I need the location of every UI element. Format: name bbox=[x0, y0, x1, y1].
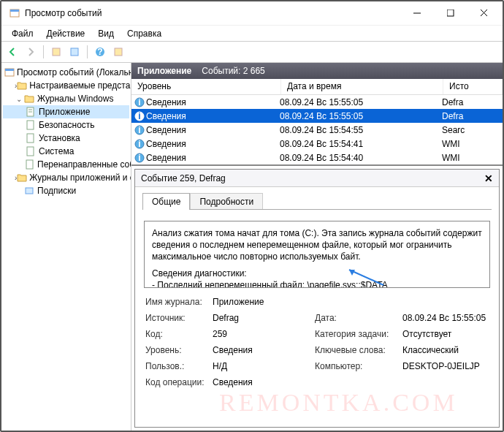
tree-app-services[interactable]: › Журналы приложений и сл bbox=[3, 171, 129, 184]
svg-text:i: i bbox=[138, 139, 140, 149]
svg-text:i: i bbox=[138, 97, 140, 107]
computer-value: DESKTOP-0JEILJP bbox=[402, 361, 500, 371]
event-row[interactable]: iСведения08.09.24 Bc 15:55:05Defra bbox=[131, 95, 503, 109]
row-level: Сведения bbox=[145, 111, 280, 121]
info-icon: i bbox=[131, 125, 145, 135]
row-date: 08.09.24 Bc 15:55:05 bbox=[280, 111, 442, 121]
event-row[interactable]: iСведения08.09.24 Bc 15:55:05Defra bbox=[131, 109, 503, 123]
tree-security[interactable]: Безопасность bbox=[3, 118, 129, 132]
menu-view[interactable]: Вид bbox=[92, 27, 120, 40]
event-viewer-window: Просмотр событий Файл Действие Вид Справ… bbox=[0, 0, 504, 432]
list-header[interactable]: Уровень Дата и время Исто bbox=[131, 79, 503, 95]
menu-file[interactable]: Файл bbox=[6, 27, 39, 40]
user-value: Н/Д bbox=[213, 361, 315, 371]
panel-header: Приложение Событий: 2 665 bbox=[131, 63, 503, 79]
tree-label: Журналы приложений и сл bbox=[29, 173, 131, 183]
tree-label: Журналы Windows bbox=[37, 94, 113, 104]
tree-label: Установка bbox=[39, 133, 80, 143]
info-icon: i bbox=[131, 139, 145, 149]
maximize-button[interactable] bbox=[434, 1, 467, 25]
tree-windows-logs[interactable]: ⌄ Журналы Windows bbox=[3, 92, 129, 105]
event-row[interactable]: iСведения08.09.24 Bc 15:54:55Searc bbox=[131, 123, 503, 137]
tree-system[interactable]: Система bbox=[3, 145, 129, 158]
tree-label: Настраиваемые представле bbox=[29, 80, 131, 91]
category-label: Категория задачи: bbox=[315, 329, 402, 339]
info-icon: i bbox=[131, 153, 145, 163]
tab-general[interactable]: Общие bbox=[142, 193, 190, 210]
svg-text:i: i bbox=[138, 125, 140, 135]
tree-custom-views[interactable]: › Настраиваемые представле bbox=[3, 79, 129, 92]
svg-rect-16 bbox=[27, 121, 34, 129]
tree-root[interactable]: Просмотр событий (Локальн bbox=[3, 66, 129, 79]
tree-forwarded[interactable]: Перенаправленные соб bbox=[3, 158, 129, 171]
tree-label: Подписки bbox=[37, 186, 76, 196]
row-level: Сведения bbox=[145, 97, 280, 107]
tree-pane[interactable]: Просмотр событий (Локальн › Настраиваемы… bbox=[1, 63, 131, 431]
event-row[interactable]: iСведения08.09.24 Bc 15:54:41WMI bbox=[131, 137, 503, 151]
back-button[interactable] bbox=[4, 44, 20, 60]
keywords-value: Классический bbox=[402, 345, 500, 355]
svg-rect-12 bbox=[5, 69, 14, 71]
opcode-label: Код операции: bbox=[145, 377, 213, 387]
date-value: 08.09.24 Bc 15:55:05 bbox=[402, 313, 500, 323]
tree-label: Приложение bbox=[39, 107, 90, 117]
row-level: Сведения bbox=[145, 153, 280, 163]
detail-close-button[interactable]: ✕ bbox=[484, 173, 493, 184]
row-source: Searc bbox=[442, 125, 503, 135]
event-detail-pane: Событие 259, Defrag ✕ Общие Подробности … bbox=[134, 169, 500, 428]
svg-rect-18 bbox=[27, 147, 34, 156]
tree-subscriptions[interactable]: Подписки bbox=[3, 184, 129, 197]
tab-details[interactable]: Подробности bbox=[190, 193, 263, 210]
level-label: Уровень: bbox=[145, 345, 213, 355]
tree-root-label: Просмотр событий (Локальн bbox=[17, 67, 131, 77]
row-source: Defra bbox=[442, 97, 503, 107]
svg-text:?: ? bbox=[97, 47, 102, 57]
row-date: 08.09.24 Bc 15:54:55 bbox=[280, 125, 442, 135]
row-date: 08.09.24 Bc 15:54:41 bbox=[280, 139, 442, 149]
tree-setup[interactable]: Установка bbox=[3, 132, 129, 145]
row-source: WMI bbox=[442, 139, 503, 149]
menubar: Файл Действие Вид Справка bbox=[1, 25, 503, 41]
row-source: Defra bbox=[442, 111, 503, 121]
col-source[interactable]: Исто bbox=[443, 79, 503, 94]
svg-rect-7 bbox=[71, 48, 78, 56]
event-fields: Имя журнала: Приложение Источник: Defrag… bbox=[135, 294, 499, 395]
close-button[interactable] bbox=[467, 1, 501, 25]
refresh-button[interactable] bbox=[110, 44, 126, 60]
source-label: Источник: bbox=[145, 313, 213, 323]
tree-label: Перенаправленные соб bbox=[37, 159, 131, 170]
log-icon bbox=[25, 145, 37, 157]
collapse-icon[interactable]: ⌄ bbox=[15, 95, 23, 103]
col-date[interactable]: Дата и время bbox=[281, 79, 443, 94]
svg-rect-10 bbox=[115, 48, 122, 56]
properties-button[interactable] bbox=[48, 44, 64, 60]
keywords-label: Ключевые слова: bbox=[315, 345, 402, 355]
date-label: Дата: bbox=[315, 313, 402, 323]
col-level[interactable]: Уровень bbox=[131, 79, 281, 94]
event-list[interactable]: Уровень Дата и время Исто iСведения08.09… bbox=[131, 79, 503, 166]
row-level: Сведения bbox=[145, 125, 280, 135]
titlebar: Просмотр событий bbox=[1, 1, 503, 25]
filter-button[interactable] bbox=[66, 44, 83, 60]
opcode-value: Сведения bbox=[213, 377, 315, 387]
tree-application[interactable]: Приложение bbox=[3, 105, 129, 118]
minimize-button[interactable] bbox=[400, 1, 434, 25]
level-value: Сведения bbox=[213, 345, 315, 355]
panel-count: Событий: 2 665 bbox=[202, 66, 264, 76]
tree-label: Система bbox=[39, 146, 74, 156]
eventvwr-icon bbox=[4, 67, 15, 78]
row-level: Сведения bbox=[145, 139, 280, 149]
menu-help[interactable]: Справка bbox=[121, 27, 167, 40]
event-row[interactable]: iСведения08.09.24 Bc 15:54:40WMI bbox=[131, 151, 503, 164]
info-icon: i bbox=[131, 111, 145, 121]
menu-action[interactable]: Действие bbox=[41, 27, 91, 40]
svg-rect-20 bbox=[26, 188, 33, 194]
event-message[interactable]: Анализ сжатия тома начат для тома (C:). … bbox=[144, 221, 490, 288]
row-date: 08.09.24 Bc 15:55:05 bbox=[280, 97, 442, 107]
help-button[interactable]: ? bbox=[92, 44, 108, 60]
forward-button[interactable] bbox=[23, 44, 39, 60]
detail-title: Событие 259, Defrag bbox=[141, 173, 226, 183]
computer-label: Компьютер: bbox=[315, 361, 402, 371]
row-source: WMI bbox=[442, 153, 503, 163]
msg-line: - Последний неперемещенный файл: \pagefi… bbox=[152, 279, 482, 288]
